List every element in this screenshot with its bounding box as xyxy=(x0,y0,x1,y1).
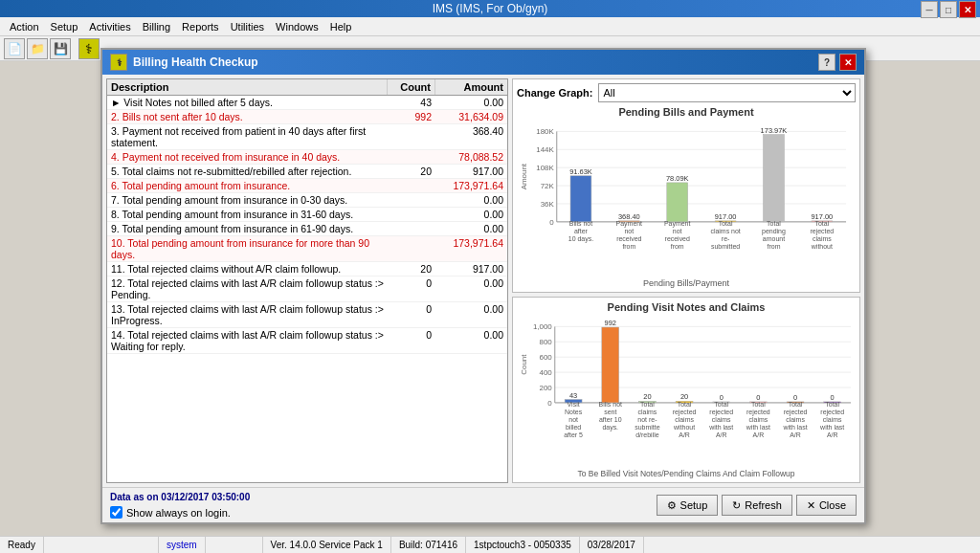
setup-btn[interactable]: ⚙ Setup xyxy=(657,495,719,516)
svg-text:144K: 144K xyxy=(536,145,554,154)
restore-btn[interactable]: □ xyxy=(940,1,957,18)
status-spacer xyxy=(44,537,159,553)
table-row[interactable]: 5. Total claims not re-submitted/rebille… xyxy=(107,165,507,179)
table-row[interactable]: 7. Total pending amount from insurance i… xyxy=(107,193,507,208)
setup-icon: ⚙ xyxy=(667,499,677,512)
svg-text:78.09K: 78.09K xyxy=(666,174,689,183)
svg-text:submitted: submitted xyxy=(711,243,740,250)
status-ready: Ready xyxy=(0,537,44,553)
col-count: Count xyxy=(388,79,435,95)
dialog-footer: Data as on 03/12/2017 03:50:00 Show alwa… xyxy=(102,487,864,522)
dialog-title-text: Billing Health Checkup xyxy=(133,55,258,69)
chart1-svg: 180K144K108K72K36K0Amount91.63KBills not… xyxy=(517,122,856,275)
close-window-btn[interactable]: ✕ xyxy=(959,1,976,18)
menu-activities[interactable]: Activities xyxy=(83,17,136,35)
show-always-label: Show always on login. xyxy=(126,507,231,519)
toolbar-btn-2[interactable]: 📁 xyxy=(27,38,48,59)
menu-help[interactable]: Help xyxy=(324,17,358,35)
table-row[interactable]: 3. Payment not received from patient in … xyxy=(107,124,507,150)
svg-text:claims: claims xyxy=(786,416,805,423)
svg-text:with last: with last xyxy=(746,424,770,431)
footer-date: Data as on 03/12/2017 03:50:00 xyxy=(110,492,250,502)
svg-text:Payment: Payment xyxy=(616,220,643,228)
chart2-svg: 1,0008006004002000Count43VisitNotesnotbi… xyxy=(517,317,856,465)
svg-text:received: received xyxy=(665,235,690,242)
svg-text:after 5: after 5 xyxy=(564,431,583,438)
menu-utilities[interactable]: Utilities xyxy=(225,17,270,35)
toolbar-btn-4[interactable]: ⚕ xyxy=(78,38,100,59)
menu-billing[interactable]: Billing xyxy=(137,17,176,35)
menu-setup[interactable]: Setup xyxy=(45,17,84,35)
svg-text:not re-: not re- xyxy=(637,416,657,423)
svg-text:claims: claims xyxy=(749,416,768,423)
close-btn[interactable]: ✕ Close xyxy=(796,495,857,516)
svg-text:992: 992 xyxy=(605,319,616,327)
table-row[interactable]: 13. Total rejected claims with last A/R … xyxy=(107,302,507,328)
change-graph-select[interactable]: All Pending Bills Visit Notes xyxy=(598,83,856,102)
refresh-icon: ↻ xyxy=(732,499,741,512)
svg-text:rejected: rejected xyxy=(746,409,770,416)
dialog-title-bar: ⚕ Billing Health Checkup ? ✕ xyxy=(102,50,864,75)
svg-text:claims: claims xyxy=(675,416,694,423)
svg-text:A/R: A/R xyxy=(679,431,690,438)
svg-text:rejected: rejected xyxy=(820,409,844,416)
toolbar-btn-1[interactable]: 📄 xyxy=(4,38,25,59)
svg-text:Amount: Amount xyxy=(520,163,528,189)
window-title: IMS (IMS, For Ob/gyn) xyxy=(433,2,548,15)
svg-text:Total: Total xyxy=(825,401,839,408)
chart1-header: Change Graph: All Pending Bills Visit No… xyxy=(517,83,856,102)
svg-text:Bills not: Bills not xyxy=(599,401,622,408)
table-row[interactable]: 12. Total rejected claims with last A/R … xyxy=(107,276,507,302)
svg-text:after 10: after 10 xyxy=(599,416,622,423)
menu-action[interactable]: Action xyxy=(4,17,45,35)
svg-text:Total: Total xyxy=(767,220,781,227)
svg-text:400: 400 xyxy=(540,368,553,377)
table-row[interactable]: 8. Total pending amount from insurance i… xyxy=(107,208,507,222)
charts-panel: Change Graph: All Pending Bills Visit No… xyxy=(512,78,860,483)
svg-rect-38 xyxy=(764,135,785,222)
status-server: 1stpctouch3 - 0050335 xyxy=(466,537,580,553)
data-table: Description Count Amount ► Visit Notes n… xyxy=(106,78,508,483)
refresh-btn[interactable]: ↻ Refresh xyxy=(722,495,792,516)
svg-text:from: from xyxy=(622,243,635,250)
svg-text:days.: days. xyxy=(602,424,618,431)
table-row[interactable]: 14. Total rejected claims with last A/R … xyxy=(107,328,507,354)
svg-text:not: not xyxy=(673,228,682,234)
table-row[interactable]: 2. Bills not sent after 10 days. 992 31,… xyxy=(107,110,507,124)
svg-text:not: not xyxy=(568,416,578,423)
show-always-checkbox[interactable] xyxy=(110,506,122,519)
svg-text:180K: 180K xyxy=(536,127,554,136)
dialog-close-btn[interactable]: ✕ xyxy=(839,54,857,71)
table-row[interactable]: 6. Total pending amount from insurance. … xyxy=(107,179,507,193)
table-row[interactable]: 9. Total pending amount from insurance i… xyxy=(107,222,507,236)
svg-text:rejected: rejected xyxy=(784,409,808,416)
change-graph-label: Change Graph: xyxy=(517,87,592,99)
svg-text:36K: 36K xyxy=(541,200,555,209)
svg-rect-72 xyxy=(602,327,619,403)
menu-windows[interactable]: Windows xyxy=(270,17,324,35)
svg-text:Total: Total xyxy=(751,401,766,408)
table-row[interactable]: ► Visit Notes not billed after 5 days. 4… xyxy=(107,96,507,110)
close-icon: ✕ xyxy=(807,499,815,512)
svg-text:Bills not: Bills not xyxy=(569,220,592,227)
table-row[interactable]: 4. Payment not received from insurance i… xyxy=(107,150,507,165)
svg-rect-15 xyxy=(570,176,591,222)
svg-text:Payment: Payment xyxy=(664,220,691,228)
svg-text:Total: Total xyxy=(678,401,692,408)
toolbar-btn-3[interactable]: 💾 xyxy=(50,38,71,59)
status-system: system xyxy=(159,537,206,553)
menu-reports[interactable]: Reports xyxy=(176,17,225,35)
table-row[interactable]: 11. Total rejected claims without A/R cl… xyxy=(107,262,507,276)
svg-text:without: without xyxy=(811,243,833,250)
minimize-btn[interactable]: ─ xyxy=(921,1,938,18)
svg-text:claims: claims xyxy=(712,416,731,423)
svg-text:91.63K: 91.63K xyxy=(569,167,592,176)
svg-text:submitte: submitte xyxy=(635,424,659,431)
dialog-help-btn[interactable]: ? xyxy=(818,54,835,71)
svg-text:108K: 108K xyxy=(536,164,554,172)
svg-text:Notes: Notes xyxy=(565,409,583,415)
svg-text:re-: re- xyxy=(722,235,729,242)
svg-text:rejected: rejected xyxy=(810,228,834,235)
table-row[interactable]: 10. Total pending amount from insurance … xyxy=(107,236,507,262)
chart1-title: Pending Bills and Payment xyxy=(517,106,856,118)
